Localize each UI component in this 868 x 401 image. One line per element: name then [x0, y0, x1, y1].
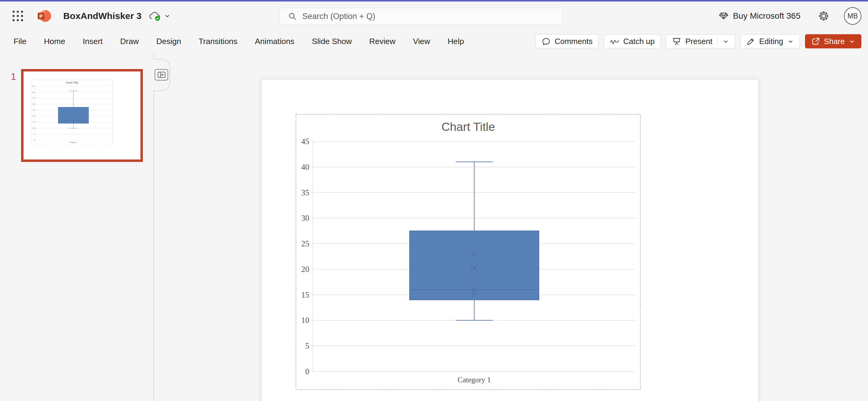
menu-item-draw[interactable]: Draw [112, 37, 148, 46]
cloud-saved-icon [148, 11, 161, 21]
svg-text:40: 40 [301, 162, 310, 172]
pencil-icon [746, 37, 755, 46]
menu-item-slide-show[interactable]: Slide Show [303, 37, 361, 46]
search-icon [288, 12, 297, 21]
comments-button[interactable]: Comments [535, 34, 598, 49]
split-divider [717, 37, 718, 46]
premium-diamond-icon [719, 12, 728, 20]
document-title: BoxAndWhisker 3 [63, 11, 142, 21]
slide[interactable]: Chart Title051015202530354045Category 1 [261, 80, 758, 401]
present-label: Present [685, 37, 712, 46]
comment-bubble-icon [541, 37, 551, 46]
powerpoint-logo-icon: P [37, 9, 51, 23]
svg-text:Category 1: Category 1 [70, 142, 78, 143]
svg-text:5: 5 [33, 133, 34, 135]
menu-item-transitions[interactable]: Transitions [190, 37, 246, 46]
chevron-down-icon [849, 38, 855, 44]
svg-text:Category 1: Category 1 [458, 376, 491, 384]
present-screen-icon [672, 37, 681, 46]
svg-text:P: P [39, 13, 43, 19]
catch-up-label: Catch up [623, 37, 655, 46]
svg-text:30: 30 [301, 213, 310, 222]
main-chart: Chart Title051015202530354045Category 1 [296, 114, 641, 390]
comments-label: Comments [555, 37, 592, 46]
save-status-button[interactable] [148, 11, 170, 21]
svg-text:Chart Title: Chart Title [66, 81, 79, 84]
svg-text:45: 45 [33, 85, 34, 87]
svg-text:10: 10 [33, 127, 34, 129]
svg-text:10: 10 [301, 316, 310, 325]
svg-text:15: 15 [33, 121, 34, 123]
svg-text:40: 40 [33, 91, 34, 93]
share-label: Share [824, 37, 845, 46]
svg-text:5: 5 [305, 341, 309, 350]
search-box[interactable] [280, 8, 562, 25]
thumbnail-chart: Chart Title051015202530354045Category 1 [31, 80, 113, 145]
avatar-initials: MB [847, 12, 858, 20]
svg-text:15: 15 [301, 290, 310, 299]
svg-text:20: 20 [33, 115, 34, 117]
svg-text:Chart Title: Chart Title [441, 120, 495, 133]
svg-text:25: 25 [301, 239, 310, 248]
menu-item-view[interactable]: View [404, 37, 439, 46]
gear-icon [818, 10, 830, 22]
menu-item-review[interactable]: Review [361, 37, 404, 46]
slide-thumbnail[interactable]: Chart Title051015202530354045Category 1 [21, 69, 143, 162]
present-dropdown-chevron-icon[interactable] [722, 38, 729, 44]
chevron-down-icon [787, 38, 794, 44]
svg-text:0: 0 [305, 367, 309, 376]
buy-label: Buy Microsoft 365 [733, 11, 801, 21]
settings-button[interactable] [818, 10, 830, 22]
editing-mode-button[interactable]: Editing [740, 34, 800, 49]
menubar: File Home Insert Draw Design Transitions… [0, 30, 868, 52]
present-button[interactable]: Present [666, 34, 735, 49]
menu-item-home[interactable]: Home [35, 37, 74, 46]
svg-text:30: 30 [33, 103, 34, 105]
avatar[interactable]: MB [844, 7, 861, 25]
menu-item-animations[interactable]: Animations [246, 37, 303, 46]
svg-text:35: 35 [33, 97, 34, 99]
slide-number: 1 [11, 71, 16, 82]
svg-text:45: 45 [301, 137, 310, 146]
pulse-icon [610, 37, 619, 45]
chevron-down-icon [164, 13, 170, 19]
editing-label: Editing [759, 37, 783, 46]
share-button[interactable]: Share [805, 34, 861, 49]
menu-item-help[interactable]: Help [439, 37, 473, 46]
workspace: 1 Chart Title051015202530354045Category … [0, 52, 868, 401]
app-launcher-button[interactable] [8, 7, 27, 25]
catch-up-button[interactable]: Catch up [604, 34, 661, 49]
svg-text:25: 25 [33, 109, 34, 111]
waffle-icon [11, 9, 25, 23]
menu-item-insert[interactable]: Insert [74, 37, 111, 46]
svg-text:20: 20 [301, 265, 310, 274]
chart-placeholder[interactable]: Chart Title051015202530354045Category 1 [296, 114, 641, 390]
svg-text:35: 35 [301, 188, 310, 197]
slide-canvas: Chart Title051015202530354045Category 1 [154, 52, 868, 401]
svg-text:0: 0 [33, 139, 34, 141]
buy-microsoft-365-button[interactable]: Buy Microsoft 365 [719, 11, 801, 21]
share-icon [811, 37, 820, 46]
menu-item-file[interactable]: File [5, 37, 35, 46]
search-input[interactable] [302, 8, 562, 24]
menu-item-design[interactable]: Design [148, 37, 190, 46]
titlebar: P BoxAndWhisker 3 [0, 1, 868, 30]
